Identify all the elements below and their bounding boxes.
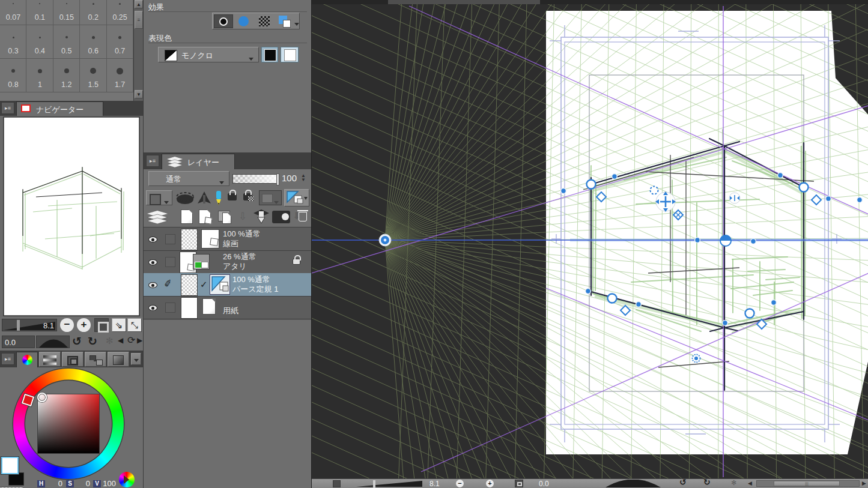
lock-transparent-pixels-icon[interactable] <box>243 193 252 202</box>
edit-target-checkbox[interactable] <box>165 257 175 267</box>
brush-size-cell[interactable]: 0.1 <box>26 0 53 25</box>
reference-layer-icon[interactable] <box>196 190 212 206</box>
hscroll-right-icon[interactable]: ▶ <box>862 480 866 486</box>
rotation-value-box[interactable]: 0.0 <box>2 336 35 348</box>
tab-color-slider[interactable] <box>39 352 61 367</box>
brush-palette-scrollbar[interactable]: ▲ ≡ ▼ <box>133 0 143 101</box>
tab-navigator[interactable]: ナビゲーター <box>16 101 103 116</box>
layer-visible-icon[interactable] <box>148 281 157 290</box>
scroll-up-icon[interactable]: ▲ <box>135 0 143 8</box>
brush-size-cell[interactable]: 1.7 <box>107 59 133 92</box>
brush-size-cell[interactable]: 0.8 <box>0 59 26 92</box>
new-vector-layer-icon[interactable] <box>199 209 211 226</box>
edit-target-checkbox[interactable] <box>165 234 175 244</box>
statusbar-zoom-in-icon[interactable]: + <box>486 480 494 487</box>
navigator-preview[interactable] <box>0 116 143 317</box>
brush-size-palette[interactable]: 0.07 0.1 0.15 0.2 0.25 0.3 0.4 0.5 0.6 0… <box>0 0 133 101</box>
ruler-range-button[interactable] <box>284 189 309 206</box>
brush-size-cell[interactable]: 0.15 <box>53 0 80 25</box>
new-layer-folder-icon[interactable] <box>218 209 227 223</box>
statusbar-reset-icon[interactable]: ✻ <box>731 479 736 487</box>
canvas-viewport[interactable]: 8.1 − + 0.0 ↺ ↻ ✻ ◀ ||| ▶ <box>311 0 868 488</box>
tab-intermediate-color[interactable] <box>85 352 106 367</box>
statusbar-rotate-left-icon[interactable]: ↺ <box>679 477 687 487</box>
layer-color-swatch[interactable] <box>193 254 210 270</box>
brush-size-cell[interactable]: 0.6 <box>80 25 106 59</box>
hscrollbar-track[interactable]: ||| <box>756 480 860 487</box>
effect-antialias-on-button[interactable] <box>234 14 253 28</box>
new-raster-layer-icon[interactable] <box>181 209 193 226</box>
statusbar-zoom-slider[interactable] <box>355 480 426 488</box>
enable-mask-button[interactable] <box>259 190 282 205</box>
main-color-swatch[interactable] <box>1 457 19 474</box>
layer-row-senga[interactable]: 100 %通常 線画 <box>144 227 312 251</box>
layer-panel-menu-icon[interactable]: ▸≡ <box>146 155 159 167</box>
statusbar-option-icon[interactable] <box>333 480 341 487</box>
layer-visible-icon[interactable] <box>148 258 157 267</box>
delete-layer-icon[interactable] <box>299 212 307 223</box>
zoom-100-icon[interactable]: ⤡ <box>127 318 142 332</box>
draw-black-toggle[interactable] <box>261 47 278 62</box>
scroll-down-icon[interactable]: ▼ <box>135 90 143 98</box>
layer-mask-icon[interactable] <box>272 211 290 223</box>
layer-row-atari[interactable]: 26 %通常 アタリ <box>144 250 312 274</box>
statusbar-fit-icon[interactable] <box>515 480 523 487</box>
flip-horizontal-icon[interactable]: ◀ <box>118 336 123 345</box>
merge-down-icon[interactable] <box>253 209 270 226</box>
rotate-left-icon[interactable]: ↺ <box>72 334 82 348</box>
expression-color-dropdown[interactable]: モノクロ <box>158 47 259 62</box>
rotation-slider[interactable] <box>36 336 70 348</box>
brush-size-cell[interactable]: 0.4 <box>26 25 53 59</box>
brush-size-cell[interactable]: 0.5 <box>53 25 80 59</box>
brush-size-cell[interactable]: 1.2 <box>53 59 80 92</box>
sub-color-swatch[interactable] <box>8 472 24 486</box>
effect-group-expand-icon[interactable] <box>294 19 299 28</box>
tabbar-overflow-icon[interactable] <box>131 353 141 365</box>
statusbar-rotation-slider[interactable] <box>603 480 663 488</box>
effect-antialias-off-button[interactable] <box>214 14 233 28</box>
draw-white-toggle[interactable] <box>281 47 299 62</box>
effect-tone-button[interactable] <box>255 14 274 28</box>
flip-vertical-icon[interactable]: ⟳ <box>127 334 135 346</box>
layer-visible-icon[interactable] <box>148 235 157 244</box>
sv-selector[interactable] <box>37 393 47 402</box>
statusbar-zoom-out-icon[interactable]: − <box>456 480 464 487</box>
zoom-to-fit-icon[interactable]: ⇘ <box>112 318 126 332</box>
edit-target-checkbox[interactable] <box>165 303 175 313</box>
rotate-right-icon[interactable]: ↻ <box>88 334 97 348</box>
zoom-in-icon[interactable]: + <box>77 318 91 332</box>
tab-layer[interactable]: レイヤー <box>162 154 235 169</box>
tab-approximate-color[interactable] <box>108 352 129 367</box>
brush-size-cell[interactable]: 0.3 <box>0 25 26 59</box>
hscroll-left-icon[interactable]: ◀ <box>748 480 752 486</box>
brush-size-cell[interactable]: 0.07 <box>0 0 26 25</box>
opacity-stepper[interactable]: ▲▼ <box>301 173 306 182</box>
selection-area-button[interactable] <box>146 190 172 205</box>
layer-thumbnail[interactable] <box>181 229 198 250</box>
lock-layer-icon[interactable] <box>228 193 237 202</box>
color-mixer-icon[interactable] <box>119 472 135 487</box>
draft-pen-icon[interactable] <box>213 190 224 206</box>
tab-color-set[interactable] <box>62 352 83 367</box>
layer-opacity-slider[interactable] <box>232 174 279 184</box>
statusbar-rotate-right-icon[interactable]: ↻ <box>703 477 711 487</box>
hscrollbar-thumb[interactable]: ||| <box>774 481 840 486</box>
reset-rotation-icon[interactable]: ✻ <box>106 336 114 346</box>
brush-size-cell[interactable]: 0.7 <box>107 25 133 59</box>
brush-size-cell[interactable]: 1 <box>26 59 53 92</box>
brush-size-cell[interactable]: 0.25 <box>107 0 133 25</box>
zoom-out-icon[interactable]: − <box>60 318 74 332</box>
zoom-slider[interactable]: 8.1 <box>2 319 57 331</box>
sv-square[interactable] <box>38 394 99 453</box>
layer-visible-icon[interactable] <box>148 304 157 313</box>
layer-row-perspective-ruler[interactable]: ✐ ✓ 100 %通常 パース定規 1 <box>144 273 312 297</box>
tab-color-wheel[interactable] <box>16 352 38 367</box>
layer-thumbnail[interactable] <box>181 274 198 296</box>
brush-size-cell[interactable]: 1.5 <box>80 59 106 92</box>
transfer-to-lower-icon[interactable]: ⇩ <box>238 210 247 223</box>
clipping-mask-icon[interactable] <box>175 191 195 205</box>
panel-menu-icon[interactable]: ▸≡ <box>1 102 14 114</box>
effect-layer-color-button[interactable] <box>275 14 294 28</box>
flip-next-icon[interactable]: ▶ <box>137 336 142 345</box>
fit-to-window-icon[interactable] <box>94 318 109 332</box>
